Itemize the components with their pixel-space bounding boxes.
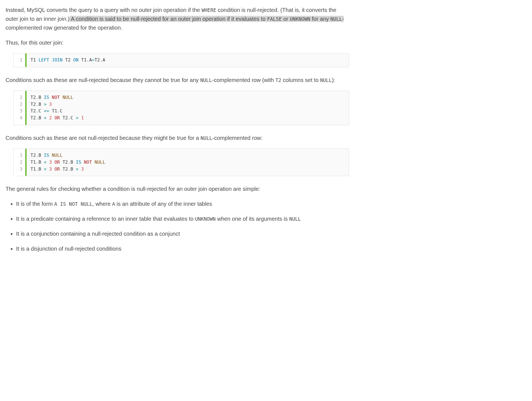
list-item: It is of the form A IS NOT NULL, where A… [16,199,349,208]
inline-code: WHERE [201,7,216,13]
paragraph-thus: Thus, for this outer join: [6,38,349,47]
list-item: It is a conjunction containing a null-re… [16,229,349,238]
text: Instead, MySQL converts the query to a q… [6,7,201,13]
paragraph-notnullrejected: Conditions such as these are not null-re… [6,133,349,142]
paragraph-rules: The general rules for checking whether a… [6,184,349,193]
code-block-2: 1234 T2.B IS NOT NULL T2.B > 3 T2.C <= T… [13,91,349,125]
line-gutter: 1 [14,53,25,67]
text: complemented row generated for the opera… [6,25,122,31]
paragraph-intro: Instead, MySQL converts the query to a q… [6,6,349,32]
paragraph-nullrejected: Conditions such as these are null-reject… [6,76,349,84]
code-content: T1 LEFT JOIN T2 ON T1.A=T2.A [27,53,109,67]
list-item: It is a disjunction of null-rejected con… [16,244,349,253]
line-gutter: 123 [14,149,25,176]
code-content: T2.B IS NOT NULL T2.B > 3 T2.C <= T1.C T… [27,91,88,125]
code-block-3: 123 T2.B IS NULL T1.B < 3 OR T2.B IS NOT… [13,148,349,176]
code-block-1: 1 T1 LEFT JOIN T2 ON T1.A=T2.A [13,53,349,67]
highlighted-text: A condition is said to be null-rejected … [70,16,344,22]
code-content: T2.B IS NULL T1.B < 3 OR T2.B IS NOT NUL… [27,149,109,176]
list-item: It is a predicate containing a reference… [16,214,349,223]
rules-list: It is of the form A IS NOT NULL, where A… [11,199,349,253]
line-gutter: 1234 [14,91,25,125]
